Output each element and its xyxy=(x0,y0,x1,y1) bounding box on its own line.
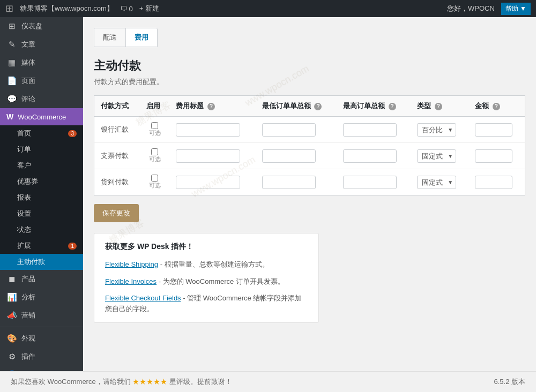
sidebar-item-extensions[interactable]: 扩展 1 xyxy=(0,238,83,254)
sidebar-status-label: 状态 xyxy=(17,225,31,235)
col-header-method: 付款方式 xyxy=(94,96,140,117)
sidebar-item-marketing[interactable]: 📣 营销 xyxy=(0,306,83,325)
max-order-input-bank[interactable] xyxy=(343,123,397,137)
sidebar-item-reports[interactable]: 报表 xyxy=(0,190,83,206)
sidebar-extensions-label: 扩展 xyxy=(17,241,31,251)
min-order-help-icon[interactable]: ? xyxy=(314,103,322,110)
footer-left: 如果您喜欢 WooCommerce，请给我们 ★★★★★ 星评级。提前致谢！ xyxy=(11,377,232,387)
sidebar-item-settings[interactable]: 设置 xyxy=(0,206,83,222)
user-greeting: 您好，WPOCN xyxy=(447,4,495,13)
sidebar-item-products[interactable]: ◼ 产品 xyxy=(0,270,83,288)
max-order-input-check[interactable] xyxy=(343,149,397,163)
amount-input-bank[interactable] xyxy=(475,123,512,137)
new-item-button[interactable]: + 新建 xyxy=(139,4,159,13)
max-order-cell xyxy=(337,169,411,195)
sidebar-item-orders[interactable]: 订单 xyxy=(0,141,83,157)
col-header-enable: 启用 xyxy=(140,96,170,117)
sidebar: ⊞ 仪表盘 ✎ 文章 ▦ 媒体 📄 页面 💬 评论 W WooCommerce xyxy=(0,17,83,371)
fee-title-help-icon[interactable]: ? xyxy=(207,103,215,110)
sidebar-item-analytics[interactable]: 📊 分析 xyxy=(0,288,83,306)
sidebar-item-home[interactable]: 首页 3 xyxy=(0,125,83,141)
sidebar-item-customers[interactable]: 客户 xyxy=(0,157,83,174)
amount-input-check[interactable] xyxy=(475,149,512,163)
enable-label: 可选 xyxy=(146,155,163,163)
enable-checkbox-check[interactable] xyxy=(151,148,158,155)
sidebar-appearance-label: 外观 xyxy=(21,334,35,343)
sidebar-item-appearance[interactable]: 🎨 外观 xyxy=(0,329,83,348)
marketing-icon: 📣 xyxy=(6,311,17,320)
tab-fees[interactable]: 费用 xyxy=(126,28,157,47)
type-cell: 百分比 固定式 ▼ xyxy=(411,117,468,143)
fee-title-cell xyxy=(169,143,255,169)
fee-title-input-check[interactable] xyxy=(176,149,240,163)
enable-checkbox-cod[interactable] xyxy=(151,175,158,182)
fee-title-input-bank[interactable] xyxy=(176,123,240,137)
sidebar-item-dashboard[interactable]: ⊞ 仪表盘 xyxy=(0,17,83,35)
enable-cell: 可选 xyxy=(140,169,170,195)
analytics-icon: 📊 xyxy=(6,292,17,302)
dashboard-icon: ⊞ xyxy=(6,21,17,31)
max-order-input-cod[interactable] xyxy=(343,176,397,189)
method-name: 支票付款 xyxy=(94,143,140,169)
sidebar-item-label: 文章 xyxy=(21,40,35,49)
help-button[interactable]: 帮助 ▼ xyxy=(501,3,531,15)
admin-bar: ⊞ 糖果博客【www.wpocn.com】 🗨 0 + 新建 您好，WPOCN … xyxy=(0,0,536,17)
sidebar-item-label: 页面 xyxy=(21,76,35,86)
col-header-min-order: 最低订单单总额 ? xyxy=(256,96,337,117)
sidebar-plugins-label: 插件 xyxy=(21,352,35,361)
tab-shipping[interactable]: 配送 xyxy=(94,28,126,47)
type-select-bank[interactable]: 百分比 固定式 xyxy=(417,123,456,137)
flexible-checkout-link[interactable]: Flexible Checkout Fields xyxy=(105,294,181,302)
fee-title-cell xyxy=(169,117,255,143)
page-title: 主动付款 xyxy=(94,58,525,74)
min-order-input-check[interactable] xyxy=(262,149,316,163)
sidebar-item-status[interactable]: 状态 xyxy=(0,222,83,238)
amount-help-icon[interactable]: ? xyxy=(493,103,500,110)
sidebar-coupons-label: 优惠券 xyxy=(17,177,38,186)
enable-checkbox-bank[interactable] xyxy=(151,122,158,129)
sidebar-settings-label: 设置 xyxy=(17,209,31,218)
type-select-cod[interactable]: 百分比 固定式 xyxy=(417,176,456,189)
sidebar-woo-label: WooCommerce xyxy=(18,113,66,121)
sidebar-item-users[interactable]: 👤 用户 xyxy=(0,366,83,371)
type-help-icon[interactable]: ? xyxy=(435,103,442,110)
plugin-box: 获取更多 WP Desk 插件！ Flexible Shipping - 根据重… xyxy=(94,233,319,323)
table-row: 货到付款 可选 xyxy=(94,169,525,195)
footer-right-text: 星评级。提前致谢！ xyxy=(169,378,232,386)
min-order-input-cod[interactable] xyxy=(262,176,316,189)
table-row: 银行汇款 可选 xyxy=(94,117,525,143)
type-select-check[interactable]: 百分比 固定式 xyxy=(417,149,456,163)
site-name: 糖果博客【www.wpocn.com】 xyxy=(20,4,114,13)
posts-icon: ✎ xyxy=(6,40,17,49)
sidebar-item-plugins[interactable]: ⚙ 插件 xyxy=(0,348,83,366)
fee-title-input-cod[interactable] xyxy=(176,176,240,189)
home-badge: 3 xyxy=(68,130,77,137)
footer-left-text: 如果您喜欢 WooCommerce，请给我们 xyxy=(11,378,131,386)
sidebar-item-woocommerce[interactable]: W WooCommerce xyxy=(0,108,83,125)
sidebar-item-coupons[interactable]: 优惠券 xyxy=(0,174,83,190)
amount-input-cod[interactable] xyxy=(475,176,512,189)
sidebar-analytics-label: 分析 xyxy=(21,292,35,302)
amount-cell xyxy=(468,117,525,143)
type-cell: 百分比 固定式 ▼ xyxy=(411,169,468,195)
flexible-invoices-link[interactable]: Flexible Invoices xyxy=(105,277,157,285)
flexible-shipping-link[interactable]: Flexible Shipping xyxy=(105,260,158,268)
sidebar-item-payment[interactable]: 主动付款 xyxy=(0,254,83,270)
type-cell: 百分比 固定式 ▼ xyxy=(411,143,468,169)
sidebar-item-comments[interactable]: 💬 评论 xyxy=(0,90,83,108)
main-content: 配送 费用 主动付款 付款方式的费用配置。 付款方式 启用 费用标题 ? xyxy=(83,17,536,371)
extensions-badge: 1 xyxy=(68,243,77,250)
min-order-cell xyxy=(256,117,337,143)
sidebar-customers-label: 客户 xyxy=(17,161,31,170)
sidebar-item-media[interactable]: ▦ 媒体 xyxy=(0,54,83,72)
sidebar-item-posts[interactable]: ✎ 文章 xyxy=(0,35,83,54)
sidebar-item-pages[interactable]: 📄 页面 xyxy=(0,72,83,90)
save-button[interactable]: 保存更改 xyxy=(94,204,139,222)
min-order-input-bank[interactable] xyxy=(262,123,316,137)
page-subtitle: 付款方式的费用配置。 xyxy=(94,77,525,87)
max-order-help-icon[interactable]: ? xyxy=(389,103,396,110)
max-order-cell xyxy=(337,117,411,143)
sidebar-payment-label: 主动付款 xyxy=(17,257,45,267)
comments-count[interactable]: 🗨 0 xyxy=(120,5,133,13)
fees-table: 付款方式 启用 费用标题 ? 最低订单单总额 ? 最高订单总额 xyxy=(94,95,525,195)
